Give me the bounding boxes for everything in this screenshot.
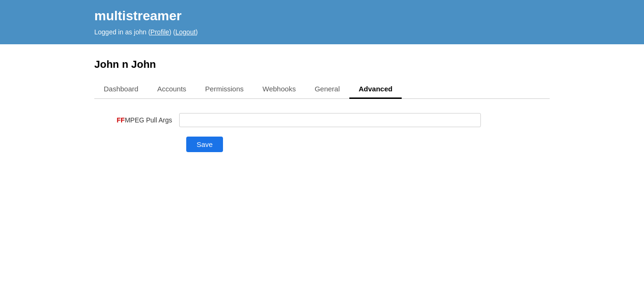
header-subtitle: Logged in as john (Profile) (Logout): [94, 28, 550, 36]
logged-in-text: Logged in as john: [94, 28, 148, 36]
page-title: John n John: [94, 58, 550, 71]
ffmpeg-label: FFMPEG Pull Args: [94, 116, 179, 124]
header: multistreamer Logged in as john (Profile…: [0, 0, 644, 44]
ffmpeg-pull-args-input[interactable]: [179, 113, 481, 127]
tab-bar: Dashboard Accounts Permissions Webhooks …: [94, 80, 550, 99]
profile-link[interactable]: Profile: [150, 28, 169, 36]
tab-webhooks[interactable]: Webhooks: [253, 80, 305, 99]
ffmpeg-pull-args-row: FFMPEG Pull Args: [94, 113, 550, 127]
main-content: John n John Dashboard Accounts Permissio…: [0, 44, 644, 162]
tab-dashboard[interactable]: Dashboard: [94, 80, 148, 99]
save-button[interactable]: Save: [186, 137, 223, 152]
tab-general[interactable]: General: [305, 80, 349, 99]
save-button-row: Save: [94, 137, 550, 152]
logout-link[interactable]: Logout: [175, 28, 196, 36]
app-title: multistreamer: [94, 8, 550, 24]
tab-permissions[interactable]: Permissions: [196, 80, 253, 99]
ffmpeg-label-ff: FF: [117, 116, 125, 124]
tab-advanced[interactable]: Advanced: [349, 80, 402, 99]
tab-accounts[interactable]: Accounts: [148, 80, 196, 99]
ffmpeg-label-rest: MPEG Pull Args: [125, 116, 172, 124]
